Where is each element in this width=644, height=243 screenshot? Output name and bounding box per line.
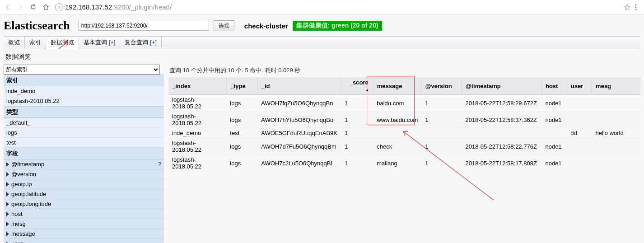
cell: node1 (541, 95, 567, 112)
connection-url-input[interactable] (78, 21, 209, 31)
cell: 1 (421, 95, 462, 112)
cell: logs (226, 95, 257, 112)
cell: 1 (341, 155, 373, 172)
chevron-right-icon (6, 162, 9, 167)
query-info: 查询 10 个分片中用的 10 个. 5 命中. 耗时 0.029 秒 (168, 65, 640, 77)
cell (567, 155, 592, 172)
column-header[interactable]: user (567, 77, 592, 95)
cell: maliang (373, 155, 421, 172)
cell: AWOH7c2Lu5O6QhynqqBl (257, 155, 341, 172)
url-text: 192.168.137.52:9200/_plugin/head/ (65, 3, 172, 11)
bookmark-icon[interactable] (624, 4, 630, 10)
tab-0[interactable]: 概览 (4, 37, 25, 49)
cell: 1 (341, 128, 373, 138)
column-header[interactable]: _index (168, 77, 226, 95)
cell (567, 95, 592, 112)
cell: logs (226, 112, 257, 128)
sidebar-item[interactable]: user (4, 239, 164, 243)
cell: AWOE5GFduRUuqqEnAB9K (257, 128, 341, 138)
sidebar-item[interactable]: logs (4, 128, 164, 138)
sidebar-item[interactable]: geoip.longitude (4, 199, 164, 209)
cell: inde_demo (168, 128, 226, 138)
url-bar[interactable]: i 192.168.137.52:9200/_plugin/head/ (55, 3, 172, 11)
cell: 2018-05-22T12:58:17.808Z (462, 155, 542, 172)
cell: 1 (341, 95, 373, 112)
table-row[interactable]: logstash-2018.05.22logsAWOH7d7Fu5O6Qhynq… (168, 138, 640, 155)
cell: logstash-2018.05.22 (168, 112, 226, 128)
cell (421, 128, 462, 138)
help-icon[interactable]: ? (158, 161, 161, 168)
svg-point-2 (635, 9, 637, 10)
cell (592, 155, 640, 172)
sidebar-item[interactable]: @timestamp? (4, 159, 164, 169)
chevron-right-icon (6, 202, 9, 206)
column-header[interactable]: host (541, 77, 567, 95)
cell: dd (567, 128, 592, 138)
cell: AWOH7fqZu5O6QhynqqBn (257, 95, 341, 112)
header-row: Elasticsearch 连接 check-cluster 集群健康值: gr… (4, 19, 640, 33)
column-header[interactable]: _id (257, 77, 341, 95)
page-title: 数据浏览 (4, 49, 640, 65)
browser-chrome: i 192.168.137.52:9200/_plugin/head/ (0, 0, 644, 14)
column-header[interactable]: _score ▲ (341, 77, 373, 95)
chevron-right-icon (6, 242, 9, 243)
sidebar-item[interactable]: mesg (4, 219, 164, 229)
cell: 1 (421, 138, 462, 155)
cell: logs (226, 155, 257, 172)
sidebar-item[interactable]: test (4, 138, 164, 148)
cell: logstash-2018.05.22 (168, 95, 226, 112)
svg-line-4 (59, 42, 68, 49)
app-logo: Elasticsearch (4, 19, 70, 33)
menu-icon[interactable] (635, 4, 637, 10)
column-header[interactable]: mesg (592, 77, 640, 95)
cell (592, 138, 640, 155)
info-icon: i (55, 3, 63, 11)
index-select[interactable]: 所有索引 (4, 65, 160, 75)
column-header[interactable]: @version (421, 77, 462, 95)
results-table: _index_type_id_score ▲message@version@ti… (168, 77, 640, 172)
sidebar-item[interactable]: logstash-2018.05.22 (4, 96, 164, 106)
connect-button[interactable]: 连接 (214, 20, 234, 31)
cell: node1 (541, 112, 567, 128)
table-row[interactable]: logstash-2018.05.22logsAWOH7hYfu5O6Qhynq… (168, 112, 640, 128)
cluster-name: check-cluster (244, 22, 288, 30)
svg-point-1 (635, 6, 637, 8)
nav-back-icon[interactable] (3, 2, 13, 12)
cell: test (226, 128, 257, 138)
tab-1[interactable]: 索引 (25, 37, 46, 49)
sidebar-item[interactable]: inde_demo (4, 86, 164, 96)
sidebar-item[interactable]: geoip.latitude (4, 189, 164, 199)
cell (567, 112, 592, 128)
cell: 1 (341, 112, 373, 128)
chevron-right-icon (6, 232, 9, 236)
table-row[interactable]: logstash-2018.05.22logsAWOH7fqZu5O6Qhynq… (168, 95, 640, 112)
column-header[interactable]: message (373, 77, 421, 95)
cell: 2018-05-22T12:58:29.672Z (462, 95, 542, 112)
sidebar-item[interactable]: host (4, 209, 164, 219)
table-row[interactable]: logstash-2018.05.22logsAWOH7c2Lu5O6Qhynq… (168, 155, 640, 172)
chevron-right-icon (6, 182, 9, 187)
cell: 1 (341, 138, 373, 155)
table-row[interactable]: inde_demotestAWOE5GFduRUuqqEnAB9K1ddhell… (168, 128, 640, 138)
sidebar-item[interactable]: geoip.ip (4, 179, 164, 189)
cell: logstash-2018.05.22 (168, 155, 226, 172)
chevron-right-icon (6, 192, 9, 196)
cell: 2018-05-22T12:58:37.362Z (462, 112, 542, 128)
cell: 1 (421, 155, 462, 172)
nav-home-icon[interactable] (41, 2, 51, 12)
cluster-health-badge: 集群健康值: green (20 of 20) (293, 21, 382, 31)
cell: hello world (592, 128, 640, 138)
tab-3[interactable]: 基本查询 [+] (79, 37, 120, 49)
nav-reload-icon[interactable] (28, 2, 38, 12)
tab-4[interactable]: 复合查询 [+] (120, 37, 161, 49)
cell: check (373, 138, 421, 155)
cell: logs (226, 138, 257, 155)
sidebar-item[interactable]: @version (4, 169, 164, 179)
section-fields: 字段 (4, 148, 164, 159)
sidebar-item[interactable]: message (4, 229, 164, 239)
column-header[interactable]: @timestamp (462, 77, 542, 95)
column-header[interactable]: _type (226, 77, 257, 95)
cell (567, 138, 592, 155)
cell (373, 128, 421, 138)
sidebar-item[interactable]: _default_ (4, 118, 164, 128)
